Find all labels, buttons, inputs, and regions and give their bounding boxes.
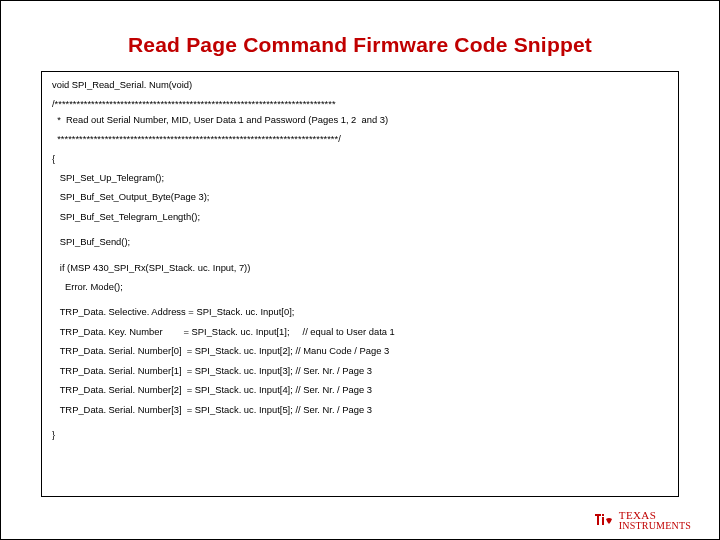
slide-frame: Read Page Command Firmware Code Snippet … xyxy=(0,0,720,540)
code-line: SPI_Buf_Send(); xyxy=(52,237,668,246)
code-line: SPI_Buf_Set_Telegram_Length(); xyxy=(52,212,668,221)
code-line: TRP_Data. Serial. Number[1] = SPI_Stack.… xyxy=(52,366,668,375)
code-line: * Read out Serial Number, MID, User Data… xyxy=(52,115,668,124)
code-line: TRP_Data. Serial. Number[0] = SPI_Stack.… xyxy=(52,346,668,355)
code-line: SPI_Buf_Set_Output_Byte(Page 3); xyxy=(52,192,668,201)
code-line: SPI_Set_Up_Telegram(); xyxy=(52,173,668,182)
code-line: TRP_Data. Serial. Number[3] = SPI_Stack.… xyxy=(52,405,668,414)
code-line: if (MSP 430_SPI_Rx(SPI_Stack. uc. Input,… xyxy=(52,263,668,272)
code-line: /***************************************… xyxy=(52,99,668,108)
code-line: void SPI_Read_Serial. Num(void) xyxy=(52,80,668,89)
code-line: TRP_Data. Selective. Address = SPI_Stack… xyxy=(52,307,668,316)
code-line: { xyxy=(52,154,668,163)
ti-logo: TEXAS INSTRUMENTS xyxy=(593,510,691,531)
code-line: TRP_Data. Serial. Number[2] = SPI_Stack.… xyxy=(52,385,668,394)
ti-icon xyxy=(593,511,615,531)
svg-rect-1 xyxy=(602,517,604,525)
slide-title: Read Page Command Firmware Code Snippet xyxy=(41,33,679,57)
code-line: TRP_Data. Key. Number = SPI_Stack. uc. I… xyxy=(52,327,668,336)
code-line: Error. Mode(); xyxy=(52,282,668,291)
svg-rect-0 xyxy=(602,514,604,516)
code-line: } xyxy=(52,430,668,439)
code-line: ****************************************… xyxy=(52,134,668,143)
ti-logo-line2: INSTRUMENTS xyxy=(619,521,691,531)
code-snippet-box: void SPI_Read_Serial. Num(void) /*******… xyxy=(41,71,679,497)
ti-logo-text: TEXAS INSTRUMENTS xyxy=(619,510,691,531)
